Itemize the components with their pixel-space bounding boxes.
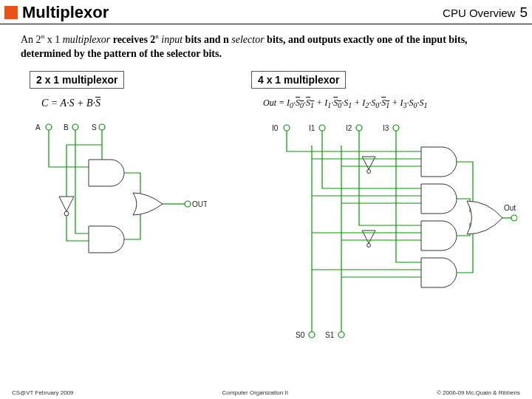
page-number: 5 — [519, 4, 528, 21]
mux-4x1-title: 4 x 1 multiplexor — [251, 71, 346, 89]
diagram-row: 2 x 1 multiplexor C = A·S + B·S A B S — [0, 64, 532, 355]
label-I3: I3 — [383, 124, 389, 132]
slide-footer: CS@VT February 2009 Computer Organizatio… — [0, 389, 532, 396]
pin-icon — [356, 125, 362, 131]
label-Out: OUT — [192, 200, 207, 208]
mux-4x1-equation: Out = I0·S0·S1 + I1·S0·S1 + I2·S0·S1 + I… — [251, 93, 517, 115]
section-label: CPU Overview — [443, 7, 515, 19]
mux-4x1-diagram: I0 I1 I2 I3 S0 S1 — [251, 116, 517, 352]
and-gate-icon — [421, 258, 457, 287]
pin-icon — [338, 332, 344, 338]
desc-term: multiplexor — [63, 34, 111, 45]
pin-icon — [511, 215, 517, 221]
footer-center: Computer Organization II — [222, 389, 288, 396]
and-gate-icon — [89, 226, 124, 253]
desc-frag: receives 2 — [110, 34, 155, 45]
slide-header: Multiplexor CPU Overview 5 — [0, 0, 532, 24]
and-gate-icon — [421, 184, 457, 214]
label-I0: I0 — [272, 124, 279, 132]
mux-2x1-equation: C = A·S + B·S — [30, 93, 222, 115]
not-bubble-icon — [64, 211, 69, 216]
pin-icon — [284, 125, 290, 131]
label-B: B — [64, 123, 69, 132]
mux-2x1-column: 2 x 1 multiplexor C = A·S + B·S A B S — [30, 71, 222, 355]
pin-icon — [393, 125, 399, 131]
mux-2x1-diagram: A B S OUT — [30, 115, 207, 293]
pin-icon — [319, 125, 325, 131]
or-gate-icon — [467, 201, 502, 234]
label-S: S — [92, 123, 97, 132]
accent-block — [4, 6, 18, 19]
label-S0: S0 — [296, 331, 305, 339]
pin-icon — [46, 124, 52, 130]
desc-frag: bits and n — [183, 34, 231, 45]
and-gate-icon — [89, 160, 124, 186]
not-bubble-icon — [367, 243, 371, 247]
pin-icon — [309, 332, 315, 338]
desc-frag: An 2 — [21, 34, 41, 45]
pin-icon — [99, 124, 105, 130]
or-gate-icon — [133, 193, 163, 215]
desc-frag: x 1 — [44, 34, 63, 45]
and-gate-icon — [421, 147, 457, 177]
label-A: A — [35, 123, 41, 132]
desc-term: selector — [231, 34, 264, 45]
not-gate-icon — [59, 197, 74, 211]
footer-left: CS@VT February 2009 — [12, 389, 74, 396]
description-text: An 2n x 1 multiplexor receives 2n input … — [0, 24, 532, 64]
pin-icon — [185, 201, 191, 207]
page-title: Multiplexor — [22, 3, 443, 22]
label-S1: S1 — [325, 331, 335, 339]
and-gate-icon — [421, 221, 457, 250]
pin-icon — [72, 124, 78, 130]
label-Out: Out — [504, 204, 516, 212]
footer-right: © 2006-09 Mc.Quain & Ribbens — [437, 389, 520, 396]
mux-2x1-title: 2 x 1 multiplexor — [30, 71, 124, 89]
label-I1: I1 — [309, 124, 316, 132]
mux-4x1-column: 4 x 1 multiplexor Out = I0·S0·S1 + I1·S0… — [251, 71, 517, 355]
desc-term: input — [161, 34, 183, 45]
not-bubble-icon — [367, 169, 371, 173]
label-I2: I2 — [346, 124, 352, 132]
